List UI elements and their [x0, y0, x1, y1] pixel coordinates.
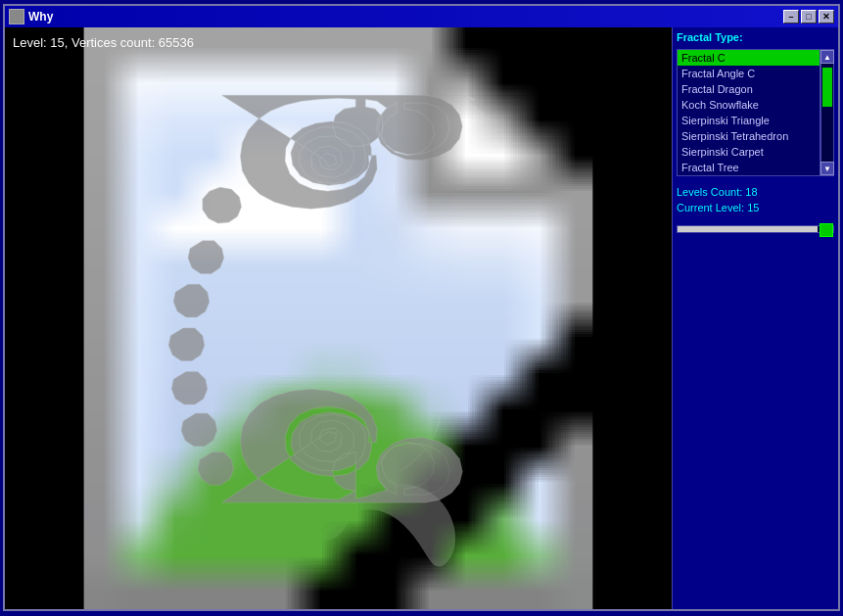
level-slider-container: [677, 223, 834, 233]
scroll-track: [821, 64, 833, 162]
scroll-up-button[interactable]: ▲: [820, 50, 834, 64]
right-panel: Fractal Type: Fractal CFractal Angle CFr…: [672, 27, 838, 609]
fractal-listbox[interactable]: Fractal CFractal Angle CFractal DragonKo…: [677, 49, 820, 176]
close-button[interactable]: ✕: [819, 10, 834, 24]
levels-count-label: Levels Count: 18: [677, 184, 834, 200]
list-item[interactable]: Sierpinski Carpet: [678, 144, 820, 160]
fractal-canvas: [5, 27, 672, 609]
titlebar-left: Why: [9, 9, 53, 24]
scroll-thumb[interactable]: [822, 68, 832, 107]
fractal-listbox-scrollbar[interactable]: ▲ ▼: [820, 49, 834, 176]
scroll-down-button[interactable]: ▼: [820, 162, 834, 175]
list-item[interactable]: Fractal Dragon: [678, 81, 820, 97]
list-item[interactable]: Sierpinski Triangle: [678, 113, 820, 128]
list-item[interactable]: Fractal C: [678, 50, 820, 66]
list-item[interactable]: Sierpinski Tetrahedron: [678, 128, 820, 144]
list-item[interactable]: Fractal Angle C: [678, 66, 820, 81]
maximize-button[interactable]: □: [801, 10, 817, 24]
minimize-button[interactable]: –: [783, 10, 799, 24]
content-area: Level: 15, Vertices count: 65536: [5, 27, 838, 609]
slider-fill: [678, 226, 818, 232]
fractal-listbox-container: Fractal CFractal Angle CFractal DragonKo…: [677, 49, 834, 176]
fractal-type-label: Fractal Type:: [677, 31, 834, 43]
current-level-label: Current Level: 15: [677, 200, 834, 215]
titlebar-buttons: – □ ✕: [783, 10, 834, 24]
window-title: Why: [28, 10, 53, 24]
list-item[interactable]: Fractal Tree: [678, 160, 820, 175]
info-section: Levels Count: 18 Current Level: 15: [677, 184, 834, 215]
slider-thumb[interactable]: [820, 223, 833, 237]
app-icon: [9, 9, 24, 24]
list-item[interactable]: Koch Snowflake: [678, 97, 820, 113]
titlebar: Why – □ ✕: [5, 6, 838, 27]
level-slider-track[interactable]: [677, 225, 834, 233]
status-text: Level: 15, Vertices count: 65536: [13, 35, 194, 50]
canvas-area: Level: 15, Vertices count: 65536: [5, 27, 672, 609]
main-window: Why – □ ✕ Level: 15, Vertices count: 655…: [3, 4, 840, 611]
